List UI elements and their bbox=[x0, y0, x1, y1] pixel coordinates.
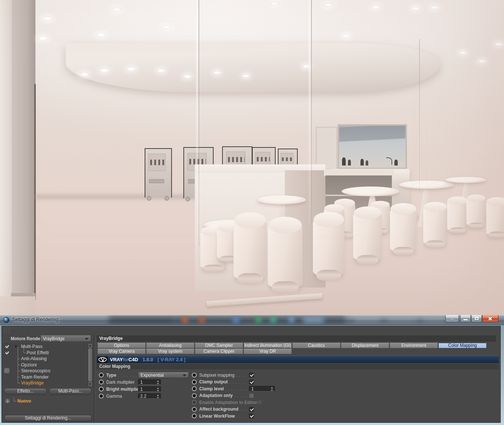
tree-item-post-effetti[interactable]: Post Effetti bbox=[3, 350, 87, 356]
checkbox[interactable] bbox=[249, 393, 254, 398]
tree-item-label[interactable]: VrayBridge bbox=[21, 380, 44, 386]
tree-item-vraybridge[interactable]: VrayBridge bbox=[3, 380, 87, 386]
tree-scrollbar[interactable] bbox=[88, 343, 93, 387]
nuovo-label[interactable]: Nuovo bbox=[17, 398, 31, 404]
tree-item-multi-pass[interactable]: Multi-Pass bbox=[3, 344, 87, 349]
tree-checkbox[interactable] bbox=[4, 350, 10, 355]
screen: Settaggi di Rendering... ↔ Motore Render… bbox=[0, 0, 504, 425]
keyframe-dot[interactable] bbox=[192, 373, 197, 377]
tab-caustics[interactable]: Caustics bbox=[292, 343, 341, 348]
tab-color-mapping[interactable]: Color Mapping bbox=[438, 343, 487, 348]
tree-item-label[interactable]: Opzioni bbox=[21, 362, 37, 368]
field-label: Linear WorkFlow bbox=[199, 414, 235, 419]
engine-dropdown[interactable]: VrayBridge bbox=[40, 335, 91, 342]
field-label: Bright multiplier bbox=[106, 387, 141, 392]
field-bright-multiplier: Bright multiplier1 bbox=[99, 386, 191, 392]
keyframe-dot[interactable] bbox=[192, 407, 197, 412]
number-input[interactable]: 1 bbox=[249, 386, 275, 391]
tree-item-label[interactable]: Stereoscopico bbox=[21, 368, 50, 374]
banner-vray-version: [ V-RAY 2.4 ] bbox=[158, 356, 186, 363]
minimize-icon bbox=[463, 319, 467, 320]
field-label: Adaptation only bbox=[199, 393, 233, 398]
tree-item-label[interactable]: Team Render bbox=[21, 374, 49, 380]
keyframe-dot[interactable] bbox=[192, 414, 197, 418]
keyframe-dot[interactable] bbox=[99, 394, 104, 398]
tab-vray-dr[interactable]: Vray DR bbox=[244, 349, 292, 354]
spinner-arrows[interactable] bbox=[156, 387, 159, 391]
checkbox[interactable] bbox=[249, 380, 254, 384]
window-titlebar[interactable]: Settaggi di Rendering... ↔ bbox=[0, 315, 504, 325]
tab-vray-system[interactable]: Vray system bbox=[146, 349, 194, 354]
vignette bbox=[0, 0, 504, 315]
window-frame: Motore Render VrayBridge Multi-PassPost … bbox=[0, 325, 504, 425]
tree-item-label[interactable]: Post Effetti bbox=[27, 350, 49, 356]
checkbox bbox=[257, 400, 262, 405]
render-settings-button[interactable]: Settaggi di Rendering... bbox=[4, 415, 92, 421]
new-setting-icon[interactable] bbox=[5, 398, 10, 404]
tree-item-label[interactable]: Multi-Pass bbox=[21, 344, 42, 349]
tree-item-label[interactable]: Anti-Aliasing bbox=[21, 356, 46, 362]
tab-environment[interactable]: Environment bbox=[390, 343, 438, 348]
number-input[interactable]: 1 bbox=[138, 386, 161, 392]
left-panel: Motore Render VrayBridge Multi-PassPost … bbox=[3, 334, 93, 422]
input-value: 1 bbox=[140, 387, 143, 392]
keyframe-dot[interactable] bbox=[192, 393, 197, 398]
spinner-arrows[interactable] bbox=[156, 394, 159, 398]
tree-item-team-render[interactable]: Team Render bbox=[3, 374, 87, 380]
tab-camera-clipper[interactable]: Camera Clipper bbox=[195, 349, 243, 354]
checkbox[interactable] bbox=[249, 414, 254, 418]
tree-item-anti-aliasing[interactable]: Anti-Aliasing bbox=[3, 356, 87, 362]
dotted-leader bbox=[229, 380, 248, 384]
tree-item-opzioni[interactable]: Opzioni bbox=[3, 362, 87, 368]
field-label: Clamp level bbox=[199, 386, 224, 391]
window-title: Settaggi di Rendering... bbox=[12, 317, 62, 322]
tab-options[interactable]: Options bbox=[97, 343, 146, 348]
field-label: Type bbox=[106, 373, 116, 378]
multipass-button[interactable]: Multi-Pass... bbox=[49, 388, 92, 394]
tab-vray-camera[interactable]: Vray Camera bbox=[97, 349, 146, 354]
field-linear-workflow: Linear WorkFlow bbox=[192, 413, 275, 419]
field-subpixel-mapping: Subpixel mapping bbox=[192, 372, 275, 378]
vray-banner: VRAY for C4D 1.8.0 [ V-RAY 2.4 ] bbox=[97, 356, 499, 363]
field-label: Enable Adaptation in Editor bbox=[199, 400, 257, 405]
check-icon bbox=[250, 380, 253, 384]
dropdown-value: Exponential bbox=[141, 373, 164, 378]
tree-checkbox[interactable] bbox=[4, 344, 10, 349]
brand-vray: VRAY bbox=[110, 356, 123, 363]
tree-item-stereoscopico[interactable]: Stereoscopico bbox=[3, 368, 87, 374]
keyframe-dot[interactable] bbox=[99, 387, 104, 391]
keyframe-dot[interactable] bbox=[99, 373, 104, 377]
number-input[interactable]: 2.2 bbox=[138, 393, 161, 399]
type-dropdown[interactable]: Exponential bbox=[138, 372, 189, 378]
keyframe-dot[interactable] bbox=[192, 400, 197, 405]
spinner-arrows[interactable] bbox=[270, 387, 273, 391]
expander-icon[interactable] bbox=[14, 346, 17, 348]
dotted-leader bbox=[225, 387, 248, 391]
spinner-arrows[interactable] bbox=[156, 380, 159, 384]
effetto-button[interactable]: Effetto... bbox=[4, 388, 47, 394]
tab-dmc-sampler[interactable]: DMC Sampler bbox=[195, 343, 243, 348]
toolbar-grip[interactable] bbox=[4, 328, 11, 333]
close-button[interactable] bbox=[482, 315, 498, 322]
tab-displacement[interactable]: Displacement bbox=[341, 343, 389, 348]
render-settings-tree: Multi-PassPost EffettiAnti-AliasingOpzio… bbox=[3, 343, 93, 387]
tree-checkbox[interactable] bbox=[4, 368, 10, 373]
keyframe-dot[interactable] bbox=[192, 380, 197, 384]
nuovo-row[interactable]: Nuovo bbox=[3, 398, 93, 404]
restore-button[interactable]: ↔ bbox=[445, 315, 459, 322]
checkbox[interactable] bbox=[249, 407, 254, 412]
engine-label: Motore Render bbox=[11, 336, 42, 341]
tab-antialiasing[interactable]: Antialiasing bbox=[146, 343, 194, 348]
maximize-button[interactable] bbox=[471, 315, 482, 322]
number-input[interactable]: 1 bbox=[138, 379, 161, 385]
keyframe-dot[interactable] bbox=[192, 386, 197, 391]
checkbox[interactable] bbox=[249, 373, 254, 377]
field-label: Subpixel mapping bbox=[199, 373, 234, 378]
field-clamp-level: Clamp level1 bbox=[192, 386, 275, 392]
tab-indirect-illumination-gi-[interactable]: Indirect illumination (GI) bbox=[244, 343, 292, 348]
field-type: TypeExponential bbox=[99, 372, 191, 378]
minimize-button[interactable] bbox=[460, 315, 471, 322]
panel-header: VrayBridge bbox=[97, 335, 496, 342]
check-icon bbox=[5, 344, 9, 348]
keyframe-dot[interactable] bbox=[99, 380, 104, 384]
